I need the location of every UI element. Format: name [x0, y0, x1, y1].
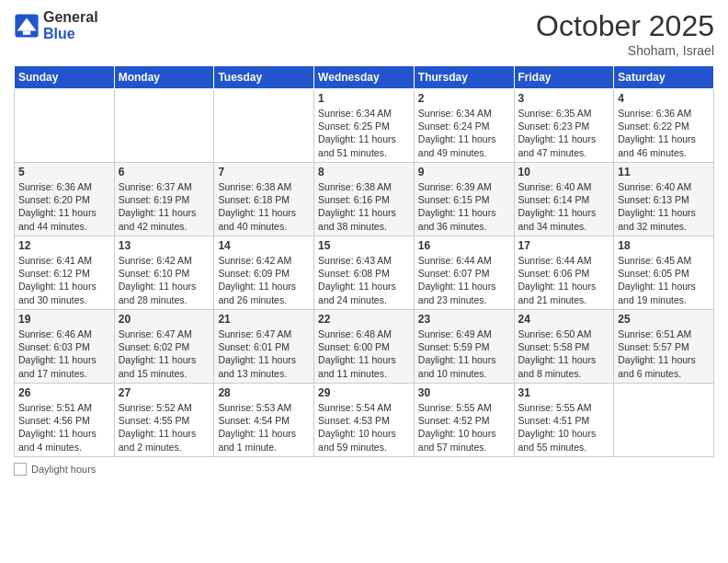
day-info: Sunrise: 6:38 AM Sunset: 6:18 PM Dayligh…: [218, 180, 310, 233]
col-header-saturday: Saturday: [614, 66, 714, 89]
day-number: 16: [418, 239, 510, 252]
day-number: 15: [318, 239, 410, 252]
day-cell: [15, 89, 115, 163]
day-info: Sunrise: 6:40 AM Sunset: 6:14 PM Dayligh…: [518, 180, 610, 233]
day-number: 27: [119, 386, 210, 399]
day-cell: [114, 89, 214, 163]
calendar-header-row: SundayMondayTuesdayWednesdayThursdayFrid…: [15, 66, 714, 89]
day-info: Sunrise: 6:38 AM Sunset: 6:16 PM Dayligh…: [318, 180, 410, 233]
week-row-0: 1Sunrise: 6:34 AM Sunset: 6:25 PM Daylig…: [15, 89, 714, 163]
col-header-friday: Friday: [514, 66, 614, 89]
day-cell: 13Sunrise: 6:42 AM Sunset: 6:10 PM Dayli…: [114, 236, 214, 310]
day-info: Sunrise: 6:39 AM Sunset: 6:15 PM Dayligh…: [418, 180, 510, 233]
day-info: Sunrise: 6:37 AM Sunset: 6:19 PM Dayligh…: [119, 180, 210, 233]
day-cell: 15Sunrise: 6:43 AM Sunset: 6:08 PM Dayli…: [314, 236, 415, 310]
day-cell: 29Sunrise: 5:54 AM Sunset: 4:53 PM Dayli…: [314, 384, 415, 457]
col-header-wednesday: Wednesday: [314, 66, 415, 89]
day-cell: 19Sunrise: 6:46 AM Sunset: 6:03 PM Dayli…: [15, 310, 115, 384]
day-info: Sunrise: 6:36 AM Sunset: 6:20 PM Dayligh…: [18, 180, 110, 233]
header: General Blue October 2025 Shoham, Israel: [14, 9, 714, 58]
logo-icon: [14, 13, 40, 39]
day-cell: 14Sunrise: 6:42 AM Sunset: 6:09 PM Dayli…: [214, 236, 314, 310]
week-row-1: 5Sunrise: 6:36 AM Sunset: 6:20 PM Daylig…: [15, 163, 714, 236]
day-info: Sunrise: 6:51 AM Sunset: 5:57 PM Dayligh…: [618, 327, 710, 380]
day-info: Sunrise: 5:52 AM Sunset: 4:55 PM Dayligh…: [119, 401, 210, 454]
day-cell: 4Sunrise: 6:36 AM Sunset: 6:22 PM Daylig…: [614, 89, 714, 163]
col-header-tuesday: Tuesday: [214, 66, 314, 89]
calendar-table: SundayMondayTuesdayWednesdayThursdayFrid…: [14, 65, 714, 457]
day-cell: 28Sunrise: 5:53 AM Sunset: 4:54 PM Dayli…: [214, 384, 314, 457]
day-cell: 9Sunrise: 6:39 AM Sunset: 6:15 PM Daylig…: [414, 163, 514, 236]
day-info: Sunrise: 6:44 AM Sunset: 6:07 PM Dayligh…: [418, 254, 510, 306]
day-number: 4: [618, 92, 710, 105]
day-info: Sunrise: 6:34 AM Sunset: 6:25 PM Dayligh…: [318, 107, 410, 159]
day-cell: 23Sunrise: 6:49 AM Sunset: 5:59 PM Dayli…: [414, 310, 514, 384]
day-cell: 1Sunrise: 6:34 AM Sunset: 6:25 PM Daylig…: [314, 89, 415, 163]
day-number: 30: [418, 386, 510, 399]
day-info: Sunrise: 6:48 AM Sunset: 6:00 PM Dayligh…: [318, 327, 410, 380]
page: General Blue October 2025 Shoham, Israel…: [0, 0, 728, 563]
logo-general-text: General: [43, 9, 98, 26]
day-cell: 11Sunrise: 6:40 AM Sunset: 6:13 PM Dayli…: [614, 163, 714, 236]
daylight-box: [14, 463, 27, 476]
day-cell: 3Sunrise: 6:35 AM Sunset: 6:23 PM Daylig…: [514, 89, 614, 163]
day-number: 8: [318, 166, 410, 178]
day-cell: 12Sunrise: 6:41 AM Sunset: 6:12 PM Dayli…: [15, 236, 115, 310]
day-info: Sunrise: 5:55 AM Sunset: 4:51 PM Dayligh…: [518, 401, 610, 454]
month-title: October 2025: [536, 9, 714, 43]
col-header-thursday: Thursday: [414, 66, 514, 89]
day-number: 25: [618, 313, 710, 326]
day-number: 12: [18, 239, 110, 252]
day-number: 17: [518, 239, 610, 252]
logo: General Blue: [14, 9, 98, 41]
day-cell: 30Sunrise: 5:55 AM Sunset: 4:52 PM Dayli…: [414, 384, 514, 457]
logo-text: General Blue: [43, 9, 98, 41]
day-info: Sunrise: 6:47 AM Sunset: 6:02 PM Dayligh…: [119, 327, 210, 380]
day-cell: 20Sunrise: 6:47 AM Sunset: 6:02 PM Dayli…: [114, 310, 214, 384]
day-info: Sunrise: 5:51 AM Sunset: 4:56 PM Dayligh…: [18, 401, 110, 454]
day-cell: 22Sunrise: 6:48 AM Sunset: 6:00 PM Dayli…: [314, 310, 415, 384]
day-info: Sunrise: 6:50 AM Sunset: 5:58 PM Dayligh…: [518, 327, 610, 380]
day-number: 22: [318, 313, 410, 326]
day-cell: 25Sunrise: 6:51 AM Sunset: 5:57 PM Dayli…: [614, 310, 714, 384]
day-number: 21: [218, 313, 310, 326]
day-cell: [214, 89, 314, 163]
day-info: Sunrise: 6:43 AM Sunset: 6:08 PM Dayligh…: [318, 254, 410, 306]
day-number: 10: [518, 166, 610, 178]
svg-rect-2: [23, 30, 30, 34]
day-info: Sunrise: 6:42 AM Sunset: 6:10 PM Dayligh…: [119, 254, 210, 306]
day-cell: [614, 384, 714, 457]
title-block: October 2025 Shoham, Israel: [536, 9, 714, 58]
day-number: 3: [518, 92, 610, 105]
day-info: Sunrise: 5:55 AM Sunset: 4:52 PM Dayligh…: [418, 401, 510, 454]
footer: Daylight hours: [14, 463, 714, 476]
day-info: Sunrise: 6:47 AM Sunset: 6:01 PM Dayligh…: [218, 327, 310, 380]
day-cell: 24Sunrise: 6:50 AM Sunset: 5:58 PM Dayli…: [514, 310, 614, 384]
day-number: 29: [318, 386, 410, 399]
col-header-sunday: Sunday: [15, 66, 115, 89]
day-number: 14: [218, 239, 310, 252]
day-number: 18: [618, 239, 710, 252]
day-info: Sunrise: 6:41 AM Sunset: 6:12 PM Dayligh…: [18, 254, 110, 306]
week-row-4: 26Sunrise: 5:51 AM Sunset: 4:56 PM Dayli…: [15, 384, 714, 457]
day-info: Sunrise: 6:36 AM Sunset: 6:22 PM Dayligh…: [618, 107, 710, 159]
day-cell: 27Sunrise: 5:52 AM Sunset: 4:55 PM Dayli…: [114, 384, 214, 457]
logo-blue-text: Blue: [43, 26, 98, 42]
day-cell: 17Sunrise: 6:44 AM Sunset: 6:06 PM Dayli…: [514, 236, 614, 310]
week-row-2: 12Sunrise: 6:41 AM Sunset: 6:12 PM Dayli…: [15, 236, 714, 310]
day-info: Sunrise: 5:54 AM Sunset: 4:53 PM Dayligh…: [318, 401, 410, 454]
day-number: 7: [218, 166, 310, 178]
day-cell: 26Sunrise: 5:51 AM Sunset: 4:56 PM Dayli…: [15, 384, 115, 457]
day-info: Sunrise: 6:42 AM Sunset: 6:09 PM Dayligh…: [218, 254, 310, 306]
day-number: 5: [18, 166, 110, 178]
day-number: 26: [18, 386, 110, 399]
day-number: 6: [119, 166, 210, 178]
week-row-3: 19Sunrise: 6:46 AM Sunset: 6:03 PM Dayli…: [15, 310, 714, 384]
day-cell: 8Sunrise: 6:38 AM Sunset: 6:16 PM Daylig…: [314, 163, 415, 236]
daylight-hours-label: Daylight hours: [31, 464, 96, 475]
day-number: 24: [518, 313, 610, 326]
day-info: Sunrise: 6:49 AM Sunset: 5:59 PM Dayligh…: [418, 327, 510, 380]
day-info: Sunrise: 6:34 AM Sunset: 6:24 PM Dayligh…: [418, 107, 510, 159]
location: Shoham, Israel: [536, 43, 714, 58]
day-number: 2: [418, 92, 510, 105]
